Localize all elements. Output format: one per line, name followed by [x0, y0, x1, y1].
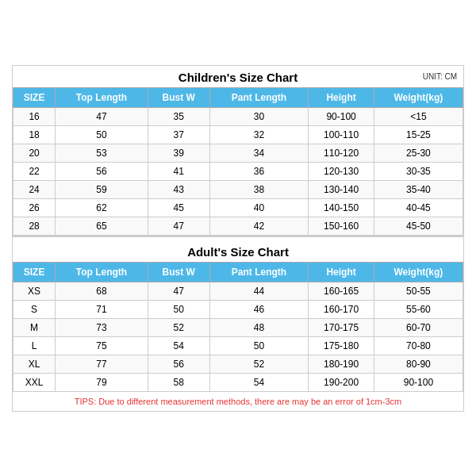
section-divider	[13, 236, 463, 239]
table-cell: 36	[209, 162, 309, 180]
children-col-toplength: Top Length	[56, 87, 148, 107]
adult-col-height: Height	[309, 262, 374, 282]
table-cell: 45	[148, 198, 209, 217]
table-cell: 52	[209, 355, 309, 373]
table-row: 1647353090-100<15	[13, 107, 463, 125]
table-cell: 44	[209, 282, 309, 300]
table-cell: 50	[148, 300, 209, 318]
unit-label: UNIT: CM	[423, 72, 457, 81]
table-row: L755450175-18070-80	[13, 336, 463, 355]
size-chart: Children's Size Chart UNIT: CM SIZE Top …	[12, 65, 464, 412]
children-title-text: Children's Size Chart	[178, 71, 298, 84]
table-row: 24594338130-14035-40	[13, 180, 463, 198]
tips-text: TIPS: Due to different measurement metho…	[13, 392, 463, 411]
table-cell: XL	[13, 355, 56, 373]
table-cell: 60-70	[374, 318, 463, 336]
table-cell: 62	[56, 198, 148, 217]
children-table: SIZE Top Length Bust W Pant Length Heigh…	[13, 87, 463, 236]
table-cell: 120-130	[309, 162, 374, 180]
table-cell: 39	[148, 144, 209, 162]
table-row: XXL795854190-20090-100	[13, 373, 463, 391]
table-cell: 65	[56, 217, 148, 235]
table-cell: 56	[148, 355, 209, 373]
table-cell: 34	[209, 144, 309, 162]
table-cell: 30	[209, 107, 309, 125]
table-cell: 160-165	[309, 282, 374, 300]
table-cell: 100-110	[309, 125, 374, 144]
children-section-title: Children's Size Chart UNIT: CM	[13, 66, 463, 87]
children-col-height: Height	[309, 87, 374, 107]
table-row: 28654742150-16045-50	[13, 217, 463, 235]
table-cell: 52	[148, 318, 209, 336]
table-cell: XS	[13, 282, 56, 300]
table-cell: 50	[56, 125, 148, 144]
table-cell: 18	[13, 125, 56, 144]
table-cell: 170-175	[309, 318, 374, 336]
table-row: S715046160-17055-60	[13, 300, 463, 318]
adult-col-size: SIZE	[13, 262, 56, 282]
table-cell: 150-160	[309, 217, 374, 235]
adult-table: SIZE Top Length Bust W Pant Length Heigh…	[13, 262, 463, 392]
table-cell: 40	[209, 198, 309, 217]
table-cell: 59	[56, 180, 148, 198]
table-cell: 80-90	[374, 355, 463, 373]
table-cell: 42	[209, 217, 309, 235]
table-row: XS684744160-16550-55	[13, 282, 463, 300]
children-col-size: SIZE	[13, 87, 56, 107]
table-cell: 56	[56, 162, 148, 180]
table-row: 20533934110-12025-30	[13, 144, 463, 162]
table-row: 26624540140-15040-45	[13, 198, 463, 217]
table-cell: 54	[148, 336, 209, 355]
table-cell: 20	[13, 144, 56, 162]
table-cell: M	[13, 318, 56, 336]
table-cell: 28	[13, 217, 56, 235]
table-cell: 55-60	[374, 300, 463, 318]
children-col-pantlength: Pant Length	[209, 87, 309, 107]
table-cell: 75	[56, 336, 148, 355]
table-cell: 15-25	[374, 125, 463, 144]
table-cell: 32	[209, 125, 309, 144]
table-cell: S	[13, 300, 56, 318]
children-col-bustw: Bust W	[148, 87, 209, 107]
table-cell: 48	[209, 318, 309, 336]
table-cell: 54	[209, 373, 309, 391]
adult-title-text: Adult's Size Chart	[187, 245, 289, 259]
table-cell: 22	[13, 162, 56, 180]
table-cell: 140-150	[309, 198, 374, 217]
table-cell: 68	[56, 282, 148, 300]
table-cell: 47	[148, 217, 209, 235]
table-cell: 47	[148, 282, 209, 300]
table-cell: XXL	[13, 373, 56, 391]
adult-header-row: SIZE Top Length Bust W Pant Length Heigh…	[13, 262, 463, 282]
table-cell: L	[13, 336, 56, 355]
table-cell: 38	[209, 180, 309, 198]
table-cell: 53	[56, 144, 148, 162]
table-cell: 41	[148, 162, 209, 180]
table-cell: 90-100	[374, 373, 463, 391]
table-cell: 130-140	[309, 180, 374, 198]
table-row: M735248170-17560-70	[13, 318, 463, 336]
table-cell: 47	[56, 107, 148, 125]
table-cell: 73	[56, 318, 148, 336]
table-cell: 180-190	[309, 355, 374, 373]
table-cell: 90-100	[309, 107, 374, 125]
table-cell: 25-30	[374, 144, 463, 162]
table-cell: 24	[13, 180, 56, 198]
table-cell: 71	[56, 300, 148, 318]
table-row: 18503732100-11015-25	[13, 125, 463, 144]
adult-section-title: Adult's Size Chart	[13, 240, 463, 262]
table-cell: 45-50	[374, 217, 463, 235]
table-cell: 35-40	[374, 180, 463, 198]
table-row: XL775652180-19080-90	[13, 355, 463, 373]
table-cell: 175-180	[309, 336, 374, 355]
table-cell: 50	[209, 336, 309, 355]
table-cell: 26	[13, 198, 56, 217]
table-cell: 190-200	[309, 373, 374, 391]
table-cell: 43	[148, 180, 209, 198]
table-cell: 40-45	[374, 198, 463, 217]
table-cell: 50-55	[374, 282, 463, 300]
table-cell: 46	[209, 300, 309, 318]
table-cell: 58	[148, 373, 209, 391]
table-cell: 110-120	[309, 144, 374, 162]
table-cell: 160-170	[309, 300, 374, 318]
